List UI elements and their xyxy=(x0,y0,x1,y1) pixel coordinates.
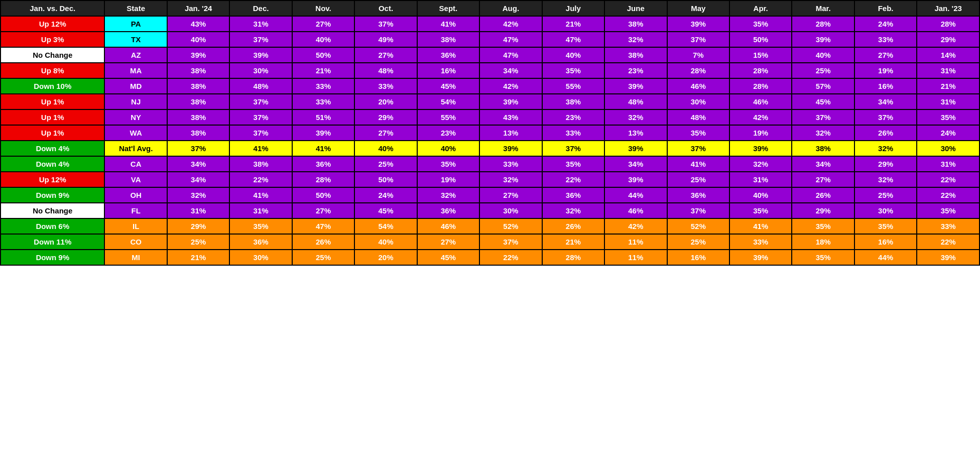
data-cell-r0-c6: 21% xyxy=(542,16,604,32)
change-cell-9: Down 4% xyxy=(1,156,104,172)
data-cell-r15-c7: 11% xyxy=(604,250,667,265)
change-cell-14: Down 11% xyxy=(1,234,104,250)
data-cell-r8-c5: 39% xyxy=(479,141,542,156)
data-cell-r8-c0: 37% xyxy=(167,141,229,156)
state-cell-5: NJ xyxy=(104,94,167,109)
data-cell-r3-c3: 48% xyxy=(354,63,417,78)
data-cell-r13-c9: 41% xyxy=(729,218,792,234)
data-cell-r1-c1: 37% xyxy=(229,32,292,47)
data-cell-r9-c6: 35% xyxy=(542,156,604,172)
data-cell-r10-c6: 22% xyxy=(542,172,604,187)
data-cell-r4-c5: 42% xyxy=(479,78,542,94)
data-cell-r5-c3: 20% xyxy=(354,94,417,109)
data-cell-r11-c5: 27% xyxy=(479,187,542,203)
data-cell-r4-c7: 39% xyxy=(604,78,667,94)
data-cell-r5-c5: 39% xyxy=(479,94,542,109)
data-cell-r2-c11: 27% xyxy=(854,47,917,63)
data-cell-r12-c10: 29% xyxy=(792,203,854,218)
data-cell-r14-c12: 22% xyxy=(917,234,979,250)
state-cell-15: MI xyxy=(104,250,167,265)
change-cell-10: Up 12% xyxy=(1,172,104,187)
data-cell-r14-c9: 33% xyxy=(729,234,792,250)
data-cell-r3-c11: 19% xyxy=(854,63,917,78)
data-cell-r3-c12: 31% xyxy=(917,63,979,78)
data-cell-r1-c11: 33% xyxy=(854,32,917,47)
data-cell-r1-c4: 38% xyxy=(417,32,479,47)
data-cell-r3-c10: 25% xyxy=(792,63,854,78)
table-row: Up 1%NY38%37%51%29%55%43%23%32%48%42%37%… xyxy=(1,109,979,125)
data-cell-r6-c7: 32% xyxy=(604,109,667,125)
data-cell-r9-c1: 38% xyxy=(229,156,292,172)
data-cell-r1-c9: 50% xyxy=(729,32,792,47)
data-cell-r10-c11: 32% xyxy=(854,172,917,187)
table-row: Down 9%MI21%30%25%20%45%22%28%11%16%39%3… xyxy=(1,250,979,265)
data-cell-r1-c0: 40% xyxy=(167,32,229,47)
change-cell-8: Down 4% xyxy=(1,141,104,156)
table-row: Up 12%VA34%22%28%50%19%32%22%39%25%31%27… xyxy=(1,172,979,187)
data-cell-r12-c11: 30% xyxy=(854,203,917,218)
table-row: Up 12%PA43%31%27%37%41%42%21%38%39%35%28… xyxy=(1,16,979,32)
state-cell-0: PA xyxy=(104,16,167,32)
data-cell-r3-c5: 34% xyxy=(479,63,542,78)
data-cell-r14-c10: 18% xyxy=(792,234,854,250)
data-cell-r6-c5: 43% xyxy=(479,109,542,125)
data-cell-r7-c8: 35% xyxy=(667,125,729,141)
table-row: Down 10%MD38%48%33%33%45%42%55%39%46%28%… xyxy=(1,78,979,94)
data-cell-r6-c11: 37% xyxy=(854,109,917,125)
data-cell-r5-c0: 38% xyxy=(167,94,229,109)
data-cell-r3-c1: 30% xyxy=(229,63,292,78)
data-cell-r12-c8: 37% xyxy=(667,203,729,218)
data-cell-r2-c1: 39% xyxy=(229,47,292,63)
data-cell-r9-c5: 33% xyxy=(479,156,542,172)
data-cell-r10-c1: 22% xyxy=(229,172,292,187)
data-cell-r14-c0: 25% xyxy=(167,234,229,250)
data-cell-r3-c2: 21% xyxy=(292,63,354,78)
data-cell-r9-c12: 31% xyxy=(917,156,979,172)
header-cell-7: Aug. xyxy=(479,1,542,16)
data-cell-r13-c5: 52% xyxy=(479,218,542,234)
data-cell-r12-c3: 45% xyxy=(354,203,417,218)
data-cell-r5-c10: 45% xyxy=(792,94,854,109)
data-cell-r8-c8: 37% xyxy=(667,141,729,156)
data-cell-r15-c9: 39% xyxy=(729,250,792,265)
data-cell-r1-c8: 37% xyxy=(667,32,729,47)
data-cell-r6-c2: 51% xyxy=(292,109,354,125)
data-cell-r2-c2: 50% xyxy=(292,47,354,63)
data-cell-r11-c10: 26% xyxy=(792,187,854,203)
data-cell-r4-c9: 28% xyxy=(729,78,792,94)
data-cell-r5-c1: 37% xyxy=(229,94,292,109)
header-cell-4: Nov. xyxy=(292,1,354,16)
table-row: Down 4%Nat'l Avg.37%41%41%40%40%39%37%39… xyxy=(1,141,979,156)
header-cell-1: State xyxy=(104,1,167,16)
data-cell-r4-c3: 33% xyxy=(354,78,417,94)
data-cell-r3-c0: 38% xyxy=(167,63,229,78)
data-cell-r15-c3: 20% xyxy=(354,250,417,265)
data-cell-r11-c2: 50% xyxy=(292,187,354,203)
state-cell-7: WA xyxy=(104,125,167,141)
data-cell-r9-c3: 25% xyxy=(354,156,417,172)
change-cell-11: Down 9% xyxy=(1,187,104,203)
data-cell-r0-c3: 37% xyxy=(354,16,417,32)
header-cell-11: Apr. xyxy=(729,1,792,16)
data-cell-r7-c4: 23% xyxy=(417,125,479,141)
data-cell-r9-c0: 34% xyxy=(167,156,229,172)
data-cell-r3-c4: 16% xyxy=(417,63,479,78)
data-cell-r5-c9: 46% xyxy=(729,94,792,109)
data-cell-r8-c7: 39% xyxy=(604,141,667,156)
data-cell-r4-c6: 55% xyxy=(542,78,604,94)
data-cell-r0-c9: 35% xyxy=(729,16,792,32)
data-cell-r7-c7: 13% xyxy=(604,125,667,141)
data-cell-r14-c2: 26% xyxy=(292,234,354,250)
data-cell-r10-c12: 22% xyxy=(917,172,979,187)
data-cell-r4-c2: 33% xyxy=(292,78,354,94)
data-cell-r8-c3: 40% xyxy=(354,141,417,156)
data-cell-r6-c9: 42% xyxy=(729,109,792,125)
data-cell-r7-c11: 26% xyxy=(854,125,917,141)
data-cell-r12-c9: 35% xyxy=(729,203,792,218)
data-cell-r0-c2: 27% xyxy=(292,16,354,32)
change-cell-2: No Change xyxy=(1,47,104,63)
data-cell-r0-c1: 31% xyxy=(229,16,292,32)
data-cell-r0-c10: 28% xyxy=(792,16,854,32)
data-cell-r15-c12: 39% xyxy=(917,250,979,265)
data-cell-r3-c8: 28% xyxy=(667,63,729,78)
